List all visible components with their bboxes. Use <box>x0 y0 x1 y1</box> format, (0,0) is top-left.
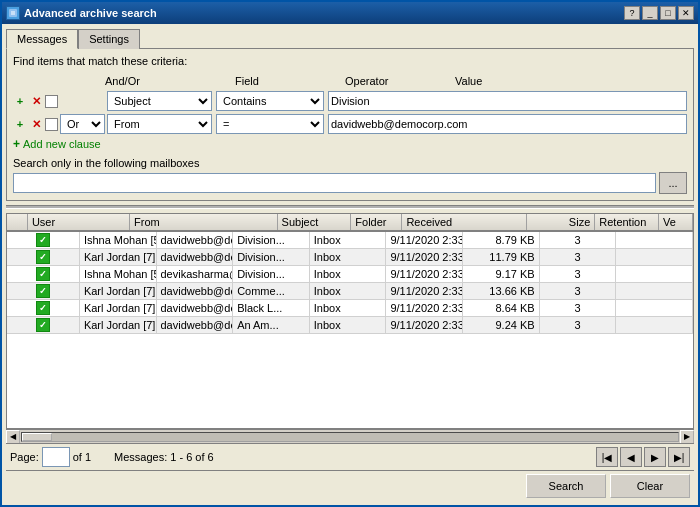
page-label: Page: <box>10 451 39 463</box>
header-value: Value <box>455 75 482 87</box>
clause-1-field-select[interactable]: Subject <box>107 91 212 111</box>
clause-row-1: + ✕ Subject Contains <box>13 91 687 111</box>
hscroll-left-btn[interactable]: ◀ <box>6 430 20 444</box>
table-row[interactable]: Ishna Mohan [5] devikasharma@democorp.co… <box>7 266 693 283</box>
criteria-headers: And/Or Field Operator Value <box>13 73 687 89</box>
main-window: Advanced archive search ? _ □ ✕ Messages… <box>0 0 700 507</box>
clause-2-andor-select[interactable]: Or And <box>60 114 105 134</box>
add-clause-label: Add new clause <box>23 138 101 150</box>
criteria-label: Find items that match these criteria: <box>13 55 687 67</box>
title-bar-left: Advanced archive search <box>6 6 157 20</box>
main-content: Messages Settings Find items that match … <box>2 24 698 505</box>
table-header-row: User From Subject Folder Received Size R… <box>7 214 693 231</box>
close-button[interactable]: ✕ <box>678 6 694 20</box>
messages-range: 1 - 6 of 6 <box>170 451 213 463</box>
mailboxes-input[interactable] <box>13 173 656 193</box>
col-header-check[interactable] <box>7 214 27 231</box>
add-clause-row[interactable]: + Add new clause <box>13 137 687 151</box>
hscroll-thumb[interactable] <box>22 433 52 441</box>
clause-2-remove-btn[interactable]: ✕ <box>29 117 43 131</box>
svg-rect-0 <box>9 9 17 17</box>
of-label: of <box>73 451 82 463</box>
clause-2-operator-select[interactable]: = Contains <box>216 114 324 134</box>
clause-1-remove-btn[interactable]: ✕ <box>29 94 43 108</box>
mailboxes-section: Search only in the following mailboxes .… <box>13 157 687 194</box>
nav-buttons: |◀ ◀ ▶ ▶| <box>596 447 690 467</box>
title-bar: Advanced archive search ? _ □ ✕ <box>2 2 698 24</box>
col-header-ve[interactable]: Ve <box>658 214 692 231</box>
nav-last-btn[interactable]: ▶| <box>668 447 690 467</box>
mailboxes-input-row: ... <box>13 172 687 194</box>
clause-2-checkbox[interactable] <box>45 118 58 131</box>
col-header-received[interactable]: Received <box>402 214 527 231</box>
clear-button[interactable]: Clear <box>610 474 690 498</box>
table-row[interactable]: Karl Jordan [7] davidwebb@democorp.com D… <box>7 249 693 266</box>
mailboxes-label: Search only in the following mailboxes <box>13 157 687 169</box>
tab-settings[interactable]: Settings <box>78 29 140 49</box>
table-row[interactable]: Karl Jordan [7] davidwebb@democorp.com B… <box>7 300 693 317</box>
clause-2-add-btn[interactable]: + <box>13 117 27 131</box>
table-row[interactable]: Karl Jordan [7] davidwebb@democorp.com C… <box>7 283 693 300</box>
table-row[interactable]: Ishna Mohan [5] davidwebb@democorp.com D… <box>7 232 693 249</box>
hscroll-track[interactable] <box>21 432 679 442</box>
clause-1-actions: + ✕ <box>13 94 105 108</box>
clause-1-operator-select[interactable]: Contains <box>216 91 324 111</box>
col-header-subject[interactable]: Subject <box>277 214 351 231</box>
action-buttons: Search Clear <box>6 470 694 501</box>
browse-button[interactable]: ... <box>659 172 687 194</box>
app-icon <box>6 6 20 20</box>
clause-1-value-input[interactable] <box>328 91 687 111</box>
title-buttons: ? _ □ ✕ <box>624 6 694 20</box>
tabs-container: Messages Settings <box>6 28 694 48</box>
add-clause-icon: + <box>13 137 20 151</box>
bottom-bar: Page: 1 of 1 Messages: 1 - 6 of 6 |◀ ◀ ▶… <box>6 443 694 470</box>
help-button[interactable]: ? <box>624 6 640 20</box>
table-header-wrap: User From Subject Folder Received Size R… <box>7 214 693 232</box>
results-scroll-area[interactable]: Ishna Mohan [5] davidwebb@democorp.com D… <box>7 232 693 428</box>
total-pages: 1 <box>85 451 91 463</box>
messages-label: Messages: <box>114 451 167 463</box>
page-info: Page: 1 of 1 Messages: 1 - 6 of 6 <box>10 447 214 467</box>
header-andor: And/Or <box>105 75 235 87</box>
clause-2-field-select[interactable]: From <box>107 114 212 134</box>
clause-row-2: + ✕ Or And From = Contains <box>13 114 687 134</box>
results-table-header: User From Subject Folder Received Size R… <box>7 214 693 232</box>
col-header-retention[interactable]: Retention <box>595 214 659 231</box>
col-header-folder[interactable]: Folder <box>351 214 402 231</box>
results-table-body: Ishna Mohan [5] davidwebb@democorp.com D… <box>7 232 693 334</box>
hscroll-bar: ◀ ▶ <box>6 429 694 443</box>
hscroll-right-btn[interactable]: ▶ <box>680 430 694 444</box>
minimize-button[interactable]: _ <box>642 6 658 20</box>
search-button[interactable]: Search <box>526 474 606 498</box>
tab-messages[interactable]: Messages <box>6 29 78 49</box>
clause-1-add-btn[interactable]: + <box>13 94 27 108</box>
search-panel: Find items that match these criteria: An… <box>6 48 694 201</box>
page-input[interactable]: 1 <box>42 447 70 467</box>
col-header-user[interactable]: User <box>27 214 129 231</box>
nav-first-btn[interactable]: |◀ <box>596 447 618 467</box>
clause-2-value-input[interactable] <box>328 114 687 134</box>
clause-1-checkbox[interactable] <box>45 95 58 108</box>
window-title: Advanced archive search <box>24 7 157 19</box>
col-header-size[interactable]: Size <box>527 214 595 231</box>
header-operator: Operator <box>345 75 455 87</box>
results-section: User From Subject Folder Received Size R… <box>6 213 694 429</box>
divider <box>6 205 694 209</box>
header-field: Field <box>235 75 345 87</box>
nav-next-btn[interactable]: ▶ <box>644 447 666 467</box>
col-header-from[interactable]: From <box>130 214 278 231</box>
table-row[interactable]: Karl Jordan [7] davidwebb@democorp.com A… <box>7 317 693 334</box>
nav-prev-btn[interactable]: ◀ <box>620 447 642 467</box>
maximize-button[interactable]: □ <box>660 6 676 20</box>
